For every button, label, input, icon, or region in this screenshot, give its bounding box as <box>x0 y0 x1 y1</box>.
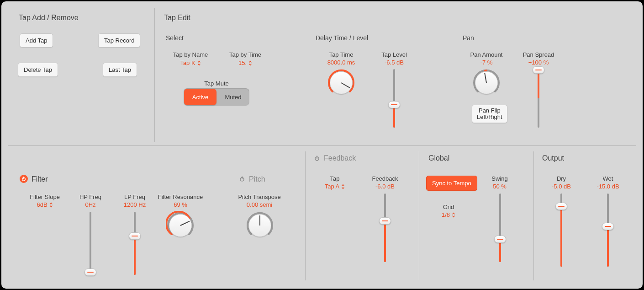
section-global: Global <box>428 154 449 162</box>
tap-mute-toggle[interactable]: Active Muted <box>184 88 249 106</box>
pan-amount-knob[interactable] <box>472 68 501 97</box>
swing-slider[interactable] <box>496 193 505 262</box>
hp-freq-label: HP Freq <box>74 193 106 200</box>
dropdown-arrows-icon <box>341 184 345 189</box>
wet-slider[interactable] <box>603 193 612 267</box>
tap-by-name-dropdown[interactable]: Tap K <box>172 59 209 66</box>
hp-freq-value: 0Hz <box>74 201 106 208</box>
last-tap-button[interactable]: Last Tap <box>103 63 137 77</box>
section-filter: Filter <box>32 175 48 183</box>
hp-freq-slider[interactable] <box>86 212 95 275</box>
grid-dropdown[interactable]: 1/8 <box>432 211 465 218</box>
sub-select-title: Select <box>166 34 184 42</box>
tap-record-button[interactable]: Tap Record <box>98 33 140 48</box>
delete-tap-button[interactable]: Delete Tap <box>18 63 58 77</box>
feedback-amount-label: Feedback <box>367 175 403 182</box>
tap-by-name-label: Tap by Name <box>172 51 209 58</box>
dry-label: Dry <box>547 175 576 182</box>
pitch-transpose-label: Pitch Transpose <box>234 193 285 200</box>
section-feedback: Feedback <box>324 154 356 162</box>
tap-by-time-dropdown[interactable]: 15. <box>227 59 264 66</box>
grid-label: Grid <box>432 204 465 210</box>
section-pitch: Pitch <box>249 175 265 183</box>
tap-level-slider[interactable] <box>390 69 399 128</box>
feedback-tap-value: Tap A <box>325 183 340 190</box>
filter-res-label: Filter Resonance <box>157 193 204 200</box>
tap-mute-muted-button[interactable]: Muted <box>217 88 249 106</box>
feedback-amount-slider[interactable] <box>380 193 390 262</box>
filter-res-knob[interactable] <box>166 211 195 240</box>
pan-amount-label: Pan Amount <box>467 51 506 58</box>
filter-power-icon[interactable] <box>20 175 28 183</box>
pitch-transpose-value: 0.00 semi <box>234 201 285 208</box>
filter-res-value: 69 % <box>157 201 204 208</box>
pan-flip-line2: Left/Right <box>477 113 502 120</box>
swing-value: 50 % <box>484 183 516 190</box>
dropdown-arrows-icon <box>197 60 201 66</box>
feedback-amount-value: -6.0 dB <box>367 183 403 190</box>
section-tap-edit: Tap Edit <box>164 14 190 22</box>
dropdown-arrows-icon <box>49 202 53 208</box>
tap-level-value: -6.5 dB <box>376 59 412 66</box>
tap-by-time-value: 15. <box>238 59 247 66</box>
dry-slider[interactable] <box>557 193 566 267</box>
dropdown-arrows-icon <box>452 212 455 218</box>
sub-pan-title: Pan <box>463 34 474 42</box>
lp-freq-value: 1200 Hz <box>116 201 153 208</box>
wet-label: Wet <box>593 175 623 182</box>
tap-by-time-label: Tap by Time <box>227 51 264 58</box>
feedback-tap-dropdown[interactable]: Tap A <box>317 183 353 190</box>
feedback-power-icon[interactable] <box>313 154 321 162</box>
swing-label: Swing <box>484 175 516 182</box>
pan-flip-line1: Pan Flip <box>479 107 501 114</box>
section-tap-add-remove: Tap Add / Remove <box>19 14 79 22</box>
pan-spread-label: Pan Spread <box>519 51 558 58</box>
wet-value: -15.0 dB <box>591 183 624 190</box>
grid-value: 1/8 <box>442 211 450 218</box>
tap-mute-label: Tap Mute <box>184 80 249 87</box>
filter-slope-dropdown[interactable]: 6dB <box>24 201 65 208</box>
pitch-power-icon[interactable] <box>238 175 246 183</box>
tap-mute-active-button[interactable]: Active <box>184 89 216 105</box>
tap-level-label: Tap Level <box>376 51 412 58</box>
feedback-tap-label: Tap <box>317 175 353 182</box>
filter-slope-value: 6dB <box>37 201 47 208</box>
pan-spread-slider[interactable] <box>534 69 543 128</box>
tap-time-knob[interactable] <box>327 68 356 97</box>
pan-spread-value: +100 % <box>519 59 558 66</box>
tap-by-name-value: Tap K <box>180 59 195 66</box>
add-tap-button[interactable]: Add Tap <box>20 33 53 48</box>
pan-amount-value: -7 % <box>467 59 506 66</box>
filter-slope-label: Filter Slope <box>24 193 65 200</box>
lp-freq-label: LP Freq <box>116 193 153 200</box>
pitch-transpose-knob[interactable] <box>245 211 274 240</box>
section-output: Output <box>542 154 564 162</box>
tap-time-label: Tap Time <box>323 51 359 58</box>
lp-freq-slider[interactable] <box>130 212 139 275</box>
dry-value: -5.0 dB <box>547 183 576 190</box>
pan-flip-button[interactable]: Pan Flip Left/Right <box>472 105 507 123</box>
sync-to-tempo-button[interactable]: Sync to Tempo <box>426 176 477 191</box>
tap-time-value: 8000.0 ms <box>323 59 359 66</box>
sub-delay-title: Delay Time / Level <box>316 34 368 42</box>
dropdown-arrows-icon <box>248 60 252 66</box>
